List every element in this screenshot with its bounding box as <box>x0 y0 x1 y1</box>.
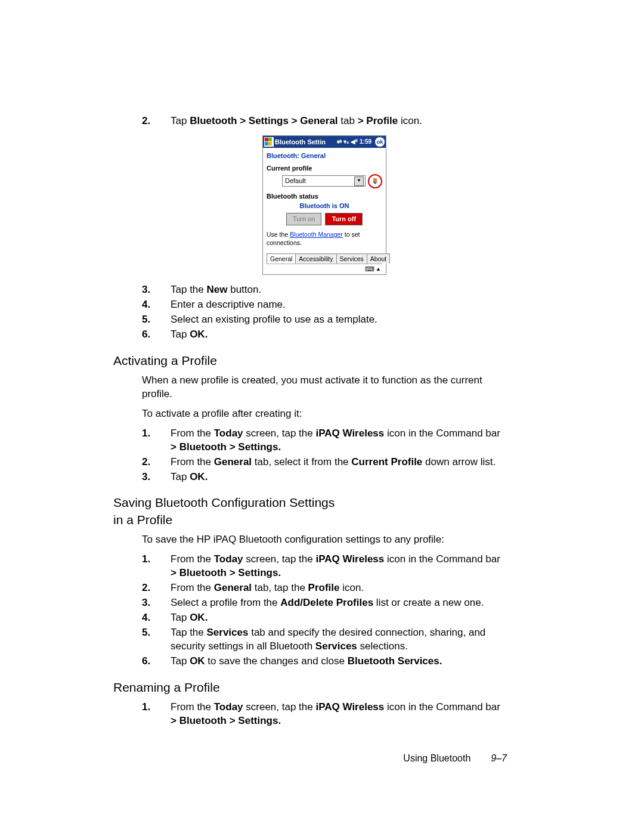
tab-services[interactable]: Services <box>336 253 367 264</box>
bold: > Profile <box>358 115 398 126</box>
clock: 1:59 <box>360 138 371 146</box>
heading-renaming: Renaming a Profile <box>113 679 507 696</box>
step: 5.Tap the Services tab and specify the d… <box>142 626 507 654</box>
titlebar: Bluetooth Settin ⇄ ▾ₓ ◀ᴱ 1:59 ok <box>263 136 386 148</box>
profile-select[interactable]: Default ▼ <box>282 175 366 187</box>
step: 6.Tap OK. <box>142 328 507 342</box>
step: 4.Enter a descriptive name. <box>142 298 507 312</box>
heading-saving: Saving Bluetooth Configuration Settings … <box>113 494 507 528</box>
para: To save the HP iPAQ Bluetooth configurat… <box>142 533 507 547</box>
speaker-icon: ◀ᴱ <box>351 138 358 146</box>
heading-activating: Activating a Profile <box>113 352 507 369</box>
chevron-down-icon[interactable]: ▼ <box>354 176 364 186</box>
ok-button[interactable]: ok <box>375 137 385 147</box>
sync-icon: ⇄ <box>337 138 342 146</box>
bold: Bluetooth > Settings > General <box>190 115 338 126</box>
step: 3.Select a profile from the Add/Delete P… <box>142 596 507 610</box>
keyboard-icon[interactable]: ⌨ <box>365 265 374 274</box>
step: 5.Select an existing profile to use as a… <box>142 313 507 327</box>
window-title: Bluetooth Settin <box>275 138 336 147</box>
step: 2.From the General tab, select it from t… <box>142 456 507 469</box>
sip-bar: ⌨ ▲ <box>267 264 382 274</box>
tabs: General Accessibility Services About <box>267 253 382 264</box>
bluetooth-manager-link[interactable]: Bluetooth Manager <box>290 231 343 238</box>
page-footer: Using Bluetooth9–7 <box>142 752 507 765</box>
profile-value: Default <box>285 176 306 185</box>
profile-icon[interactable] <box>368 174 382 188</box>
step: 1.From the Today screen, tap the iPAQ Wi… <box>142 701 507 728</box>
step: 4.Tap OK. <box>142 611 507 625</box>
hint-text: Use the Bluetooth Manager to set connect… <box>267 230 382 247</box>
tab-general[interactable]: General <box>267 253 296 264</box>
text: Tap <box>171 115 190 126</box>
bluetooth-status-text: Bluetooth is ON <box>267 202 382 210</box>
status-icons: ⇄ ▾ₓ ◀ᴱ 1:59 <box>337 138 371 146</box>
signal-icon: ▾ₓ <box>343 138 349 146</box>
device-screenshot: Bluetooth Settin ⇄ ▾ₓ ◀ᴱ 1:59 ok Bluetoo… <box>142 135 507 275</box>
step: 3.Tap OK. <box>142 470 507 484</box>
step: 3.Tap the New button. <box>142 283 507 297</box>
screen-heading: Bluetooth: General <box>267 151 382 160</box>
current-profile-label: Current profile <box>267 164 382 173</box>
tab-accessibility[interactable]: Accessibility <box>295 253 336 264</box>
windows-flag-icon <box>264 137 274 147</box>
para: When a new profile is created, you must … <box>142 374 507 401</box>
step: 6.Tap OK to save the changes and close B… <box>142 655 507 668</box>
step: 2.From the General tab, tap the Profile … <box>142 581 507 595</box>
tab-about[interactable]: About <box>367 253 390 264</box>
turn-on-button: Turn on <box>286 213 322 225</box>
step: 1.From the Today screen, tap the iPAQ Wi… <box>142 427 507 454</box>
bluetooth-status-label: Bluetooth status <box>267 192 382 201</box>
turn-off-button[interactable]: Turn off <box>325 213 363 225</box>
step: 1.From the Today screen, tap the iPAQ Wi… <box>142 553 507 580</box>
para: To activate a profile after creating it: <box>142 407 507 421</box>
svg-rect-0 <box>373 178 377 182</box>
text: tab <box>338 115 358 126</box>
text: icon. <box>398 115 422 126</box>
step: 2. Tap Bluetooth > Settings > General ta… <box>142 114 507 128</box>
sip-up-icon[interactable]: ▲ <box>376 265 381 272</box>
